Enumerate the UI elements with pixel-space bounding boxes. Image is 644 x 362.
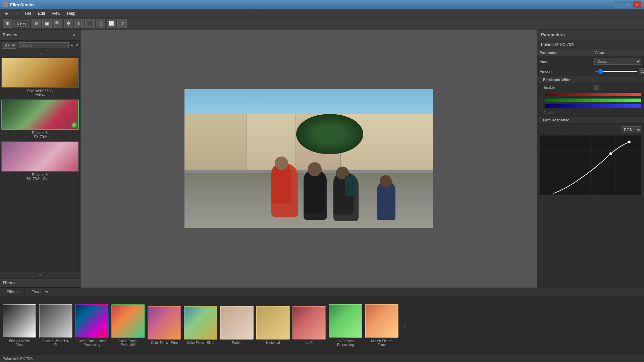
presets-close-button[interactable]: ✕ — [71, 32, 77, 38]
pan-button[interactable]: ✥ — [64, 19, 73, 28]
grain-param-label: Grain — [544, 111, 641, 115]
title-bar-controls: — □ ✕ — [614, 1, 641, 8]
minimize-button[interactable]: — — [614, 1, 623, 8]
filter-thumb-bw-films — [3, 304, 36, 338]
filter-item-bw-films[interactable]: Black & WhiteFilms — [3, 304, 36, 347]
curve-svg — [540, 135, 641, 195]
view-toggle-button[interactable]: ⬜ — [107, 19, 116, 28]
amount-value-area: 10 — [594, 68, 641, 74]
film-response-collapse-icon: − — [540, 118, 542, 122]
menu-help[interactable]: Help — [64, 10, 79, 16]
color-bar-row-red — [537, 92, 644, 98]
filter-label-historical: Historical — [266, 341, 280, 345]
filter-label-bw-films: Black & WhiteFilms — [9, 339, 30, 347]
preset-label-sx70over: Polaroid®SX-70® - Over... — [1, 173, 79, 181]
preset-label-669yellow: Polaroid® 669 -Yellow — [1, 89, 79, 97]
preset-list: Polaroid® 669 -Yellow ✓ Polaroid®SX-70® … — [0, 56, 80, 272]
presets-title: Presets — [3, 33, 17, 37]
compare-button[interactable]: ◫ — [96, 19, 105, 28]
maximize-button[interactable]: □ — [623, 1, 632, 8]
filter-item-color-print[interactable]: Color Films - Print — [148, 306, 181, 345]
filter-item-bw-lofi[interactable]: Black & White Lo-Fi — [39, 304, 72, 347]
svg-point-6 — [609, 152, 612, 155]
amount-number-input[interactable]: 10 — [639, 68, 644, 74]
filter-item-faded[interactable]: Faded — [220, 306, 254, 345]
preset-star-button[interactable]: ★ — [70, 42, 74, 49]
title-bar: Film Stocks — □ ✕ — [0, 0, 644, 9]
filter-item-historical[interactable]: Historical — [256, 306, 290, 345]
right-panel: Parameters Polaroid® SX-70® Parameter Va… — [537, 29, 644, 288]
close-app-icon[interactable]: ✕ — [11, 8, 21, 18]
param-row-grain: Grain — [537, 109, 644, 117]
menu-file[interactable]: File — [21, 10, 35, 16]
reset-button[interactable]: ↺ — [117, 19, 127, 28]
filters-title: Filters — [3, 281, 15, 285]
photo-preview — [184, 89, 433, 228]
menu-view[interactable]: View — [48, 10, 64, 16]
zoom-region-button[interactable]: 🔍 — [53, 19, 62, 28]
tab-filters[interactable]: Filters — [0, 288, 25, 296]
filter-tabs: Filters Favorites — [0, 288, 644, 296]
red-color-bar — [545, 93, 641, 96]
filter-thumb-color-print — [148, 306, 181, 340]
enable-checkbox[interactable] — [594, 85, 599, 90]
preset-search-input[interactable] — [18, 42, 69, 48]
filter-thumb-color-slide — [184, 306, 217, 340]
filter-item-lofi[interactable]: Lo-Fi — [292, 306, 326, 345]
param-row-enable: Enable — [537, 83, 644, 92]
pause-button[interactable]: ⏸ — [74, 19, 84, 28]
person-right — [377, 181, 395, 220]
trees-layer — [296, 114, 363, 154]
film-response-area: RGB Red Green Blue — [537, 124, 644, 288]
filter-thumb-bw-lofi — [39, 304, 72, 338]
current-preset-name: Polaroid® SX-70® — [537, 40, 644, 49]
film-response-section-header[interactable]: − Film Response — [537, 117, 644, 124]
amount-slider[interactable] — [594, 71, 638, 72]
filter-thumb-motion-picture — [365, 304, 398, 338]
film-response-curve — [540, 135, 641, 195]
filter-label-color-print: Color Films - Print — [151, 341, 178, 345]
settings-icon[interactable]: ⚙ — [1, 8, 11, 18]
preset-delete-button[interactable]: ✕ — [75, 42, 78, 49]
preset-filter-dropdown[interactable]: All — [2, 42, 16, 49]
zoom-out-button[interactable]: ⊖ — [32, 19, 41, 28]
preset-item-sx70[interactable]: ✓ Polaroid®SX-70® — [1, 100, 79, 139]
menu-edit[interactable]: Edit — [35, 10, 48, 16]
filter-item-color-slide[interactable]: Color Films - Slide — [184, 306, 217, 345]
parameters-header: Parameters — [537, 29, 644, 40]
zoom-in-button[interactable]: ⊕ — [3, 19, 12, 28]
blue-color-bar — [545, 104, 641, 108]
filter-label-lofi: Lo-Fi — [306, 341, 313, 345]
filter-thumb-faded — [220, 306, 254, 340]
filter-item-color-polaroid[interactable]: Color Films -Polaroid® — [111, 304, 145, 347]
status-bar: Polaroid® SX-70® — [0, 355, 644, 362]
filter-item-color-cross[interactable]: Color Films - CrossProcessing — [75, 304, 109, 347]
toolbar: ⊕ 39 % ⊖ ▣ 🔍 ✥ ⏸ ⬛ ◫ ⬜ ↺ — [0, 17, 644, 29]
rgb-dropdown[interactable]: RGB Red Green Blue — [621, 126, 641, 133]
view-dropdown[interactable]: Output Input — [594, 58, 641, 65]
filter-label-color-slide: Color Films - Slide — [187, 341, 214, 345]
bw-section-label: Black and White — [543, 78, 572, 82]
filter-label-bw-lofi: Black & White Lo-Fi — [42, 339, 69, 347]
color-bar-row-blue — [537, 103, 644, 109]
person-backpack — [333, 173, 359, 221]
filter-thumb-lofi-cross — [329, 304, 362, 338]
preset-item-669yellow[interactable]: Polaroid® 669 -Yellow — [1, 58, 79, 97]
fit-view-button[interactable]: ▣ — [42, 19, 52, 28]
curve-point[interactable] — [628, 141, 631, 143]
filters-panel-header: Filters — [0, 278, 80, 288]
person-red-jacket — [271, 163, 298, 217]
person-dark-jacket — [304, 170, 327, 220]
filter-item-motion-picture[interactable]: Motion PictureFilms — [365, 304, 398, 347]
filter-item-lofi-cross[interactable]: Lo-Fi CrossProcessing — [329, 304, 362, 347]
preset-item-sx70over[interactable]: Polaroid®SX-70® - Over... — [1, 141, 79, 181]
filter-label-motion-picture: Motion PictureFilms — [371, 339, 392, 347]
tab-favorites[interactable]: Favorites — [25, 288, 55, 296]
filter-scroll-right[interactable]: › — [401, 322, 408, 328]
filter-thumb-color-polaroid — [111, 304, 145, 338]
preset-scroll-up[interactable]: ▲ — [0, 50, 80, 56]
window-close-button[interactable]: ✕ — [633, 1, 641, 8]
split-button[interactable]: ⬛ — [85, 19, 95, 28]
preset-scroll-down[interactable]: ▼ — [0, 272, 80, 278]
bw-section-header[interactable]: − Black and White — [537, 76, 644, 83]
